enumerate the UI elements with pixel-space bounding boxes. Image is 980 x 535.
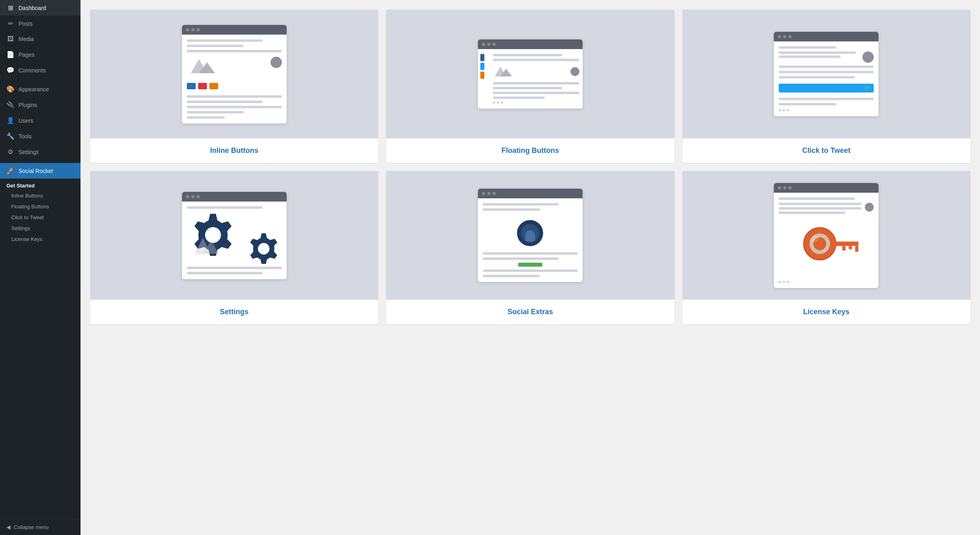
sidebar-plugin-label: Social Rocket	[19, 168, 53, 174]
gear-small-svg	[248, 232, 280, 264]
browser-content-tweet: 🐦	[774, 41, 879, 116]
twitter-bird-icon: 🐦	[864, 85, 870, 91]
sidebar-item-label: Settings	[19, 149, 39, 155]
card-settings[interactable]: Settings	[90, 171, 378, 324]
plugins-icon: 🔌	[6, 101, 14, 109]
mock-line	[187, 39, 263, 42]
mock-line	[483, 203, 559, 206]
mock-line	[779, 103, 836, 105]
green-bar	[518, 263, 542, 267]
mock-btn-orange	[209, 83, 218, 89]
sidebar-item-label: Users	[19, 117, 33, 124]
dot	[779, 281, 781, 283]
card-click-to-tweet[interactable]: 🐦 Click to Tweet	[682, 10, 970, 163]
card-social-extras[interactable]: Social Extras	[386, 171, 674, 324]
browser-mock-settings	[182, 192, 287, 279]
tweet-bar: 🐦	[779, 84, 874, 93]
mock-line	[779, 98, 874, 100]
browser-mock-social	[478, 189, 583, 282]
card-inline-buttons[interactable]: Inline Buttons	[90, 10, 378, 163]
card-click-to-tweet-preview: 🐦	[682, 10, 970, 138]
float-btn-or	[480, 72, 484, 79]
tweet-col	[779, 51, 856, 63]
get-started-label: Get Started	[0, 179, 81, 190]
profile-avatar-big	[517, 220, 543, 246]
card-label-license-keys: License Keys	[682, 300, 970, 324]
mock-line	[493, 97, 545, 99]
card-floating-buttons[interactable]: Floating Buttons	[386, 10, 674, 163]
svg-rect-11	[849, 246, 852, 249]
avatar-body	[525, 230, 535, 242]
sidebar-item-appearance[interactable]: 🎨 Appearance	[0, 81, 81, 97]
browser-bar	[774, 183, 879, 193]
sidebar-sub-inline-buttons[interactable]: Inline Buttons	[0, 190, 81, 201]
mock-line	[187, 106, 282, 108]
mock-line	[187, 95, 282, 98]
dot-row	[493, 101, 579, 104]
sidebar-item-settings[interactable]: ⚙ Settings	[0, 144, 81, 160]
mock-line	[779, 76, 855, 78]
sidebar-sub-click-to-tweet[interactable]: Click to Tweet	[0, 212, 81, 223]
browser-left	[187, 55, 267, 77]
card-license-keys[interactable]: License Keys	[682, 171, 970, 324]
dot1	[778, 35, 781, 38]
mock-btn-red	[198, 83, 207, 89]
mountains-svg	[187, 55, 215, 75]
mock-line	[493, 59, 579, 61]
mock-line	[187, 267, 282, 269]
sidebar-sub-license-keys[interactable]: License Keys	[0, 234, 81, 245]
dot	[501, 101, 503, 104]
dot	[493, 101, 495, 104]
mock-line	[493, 87, 562, 89]
avatar-small	[571, 67, 579, 76]
sidebar-item-pages[interactable]: 📄 Pages	[0, 47, 81, 62]
sidebar-item-media[interactable]: 🖼 Media	[0, 31, 81, 47]
sidebar-item-label: Appearance	[19, 86, 49, 93]
browser-row	[779, 51, 874, 63]
dot2	[487, 192, 490, 195]
browser-content-settings	[182, 202, 287, 279]
inline-buttons-preview	[187, 83, 282, 89]
mock-line	[779, 66, 874, 68]
sidebar-item-label: Comments	[19, 67, 46, 74]
dot	[787, 109, 789, 111]
sidebar-item-tools[interactable]: 🔧 Tools	[0, 128, 81, 144]
dot	[497, 101, 499, 104]
dot-row	[779, 281, 874, 283]
comments-icon: 💬	[6, 66, 14, 74]
sidebar-item-dashboard[interactable]: ⊞ Dashboard	[0, 0, 81, 16]
floating-row	[493, 64, 579, 80]
floating-col	[493, 64, 568, 80]
sidebar-item-plugins[interactable]: 🔌 Plugins	[0, 97, 81, 113]
sidebar-item-social-rocket[interactable]: 🚀 Social Rocket	[0, 163, 81, 179]
sidebar-sub-settings[interactable]: Settings	[0, 223, 81, 234]
main-content: Inline Buttons	[81, 0, 980, 535]
appearance-icon: 🎨	[6, 85, 14, 93]
dot1	[186, 28, 189, 31]
mock-line	[187, 116, 225, 119]
svg-rect-9	[833, 241, 858, 246]
license-col	[779, 203, 862, 214]
avatar	[862, 51, 874, 63]
sidebar-item-label: Plugins	[19, 102, 37, 108]
mock-line	[483, 270, 578, 272]
sidebar-item-comments[interactable]: 💬 Comments	[0, 62, 81, 78]
card-license-keys-preview	[682, 171, 970, 300]
mock-line	[779, 51, 856, 54]
dot2	[487, 43, 490, 46]
collapse-menu-button[interactable]: ◀ Collapse menu	[0, 519, 81, 535]
dot2	[783, 35, 786, 38]
float-btn-tw	[480, 63, 484, 70]
sidebar-item-users[interactable]: 👤 Users	[0, 113, 81, 128]
avatar	[271, 57, 282, 68]
browser-mock-license	[774, 183, 879, 288]
mock-line	[187, 101, 263, 103]
mountains-settings-svg	[193, 232, 221, 256]
mock-line	[483, 275, 540, 277]
card-label-social-extras: Social Extras	[386, 300, 674, 324]
sidebar-sub-floating-buttons[interactable]: Floating Buttons	[0, 201, 81, 212]
browser-mock-inline	[182, 25, 287, 123]
dot3	[196, 195, 200, 198]
gears-wrapper	[187, 212, 282, 264]
sidebar-item-posts[interactable]: ✏ Posts	[0, 16, 81, 31]
